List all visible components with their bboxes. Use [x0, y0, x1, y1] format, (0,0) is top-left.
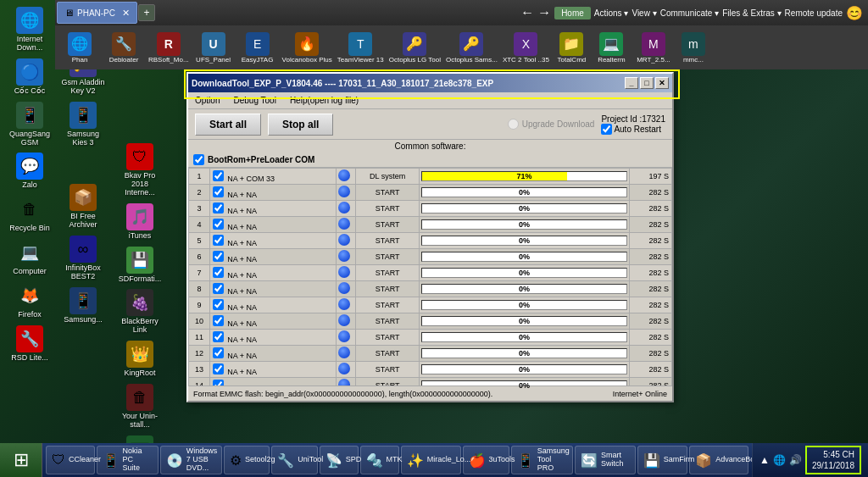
windows-logo-icon: ⊞ — [14, 449, 29, 471]
forward-icon[interactable]: → — [537, 5, 551, 20]
home-btn[interactable]: Home — [554, 7, 591, 19]
maximize-button[interactable]: □ — [640, 77, 654, 89]
row-checkbox[interactable] — [213, 299, 224, 310]
minimize-button[interactable]: _ — [625, 77, 638, 89]
desktop-icon-kies[interactable]: 📱 Samsung Kies 3 — [58, 99, 108, 150]
taskbar-win7usb[interactable]: 💿 Windows 7 USB DVD... — [160, 446, 222, 474]
actions-btn[interactable]: Actions ▾ — [594, 8, 629, 18]
teamviewer-btn[interactable]: T TeamViewer 13 — [336, 31, 386, 65]
row-checkbox[interactable] — [213, 202, 224, 214]
bootrom-checkbox[interactable] — [193, 154, 204, 165]
mrt-btn[interactable]: M MRT_2.5... — [632, 31, 675, 65]
taskbar-spd[interactable]: 📡 SPD — [320, 446, 359, 474]
desktop-icon-zalo[interactable]: 💬 Zalo — [4, 150, 55, 192]
start-all-button[interactable]: Start all — [195, 114, 261, 136]
view-btn[interactable]: View ▾ — [632, 8, 656, 18]
phan-icon-btn[interactable]: 🌐 Phan — [58, 31, 101, 65]
taskbar-ccleaner[interactable]: 🛡 CCleaner — [46, 446, 95, 474]
octoplus-lg-btn[interactable]: 🔑 Octoplus LG Tool — [387, 31, 442, 65]
communicate-btn[interactable]: Communicate ▾ — [660, 8, 719, 18]
progress-bar-3: 0% — [421, 203, 627, 214]
octoplus-sam-btn[interactable]: 🔑 Octoplus Sams... — [444, 31, 499, 65]
files-btn[interactable]: Files & Extras ▾ — [722, 8, 781, 18]
taskbar-smartswitch[interactable]: 🔄 Smart Switch — [575, 446, 636, 474]
taskbar-samsung-pro[interactable]: 📱 Samsung Tool PRO — [511, 446, 573, 474]
taskbar-3utools[interactable]: 🍎 3uTools — [463, 446, 509, 474]
taskbar-nokia[interactable]: 📱 Nokia PC Suite — [97, 446, 159, 474]
row-checkbox[interactable] — [213, 186, 224, 197]
debloater-btn[interactable]: 🔧 Debloater — [103, 31, 145, 65]
rbsoft-btn[interactable]: R RBSoft_Mo... — [147, 31, 191, 65]
desktop-icon-itunes[interactable]: 🎵 iTunes — [114, 201, 165, 243]
speaker-icon[interactable]: 🔊 — [789, 454, 802, 466]
samfirm-icon: 💾 — [643, 452, 660, 469]
desktop-icon-computer[interactable]: 💻 Computer — [4, 236, 55, 279]
desktop-icon-infinitybox[interactable]: ∞ InfinityBox BEST2 — [58, 233, 108, 284]
arrow-up-icon[interactable]: ▲ — [760, 454, 770, 466]
network-tray-icon[interactable]: 🌐 — [773, 454, 786, 466]
row-status: START — [356, 233, 420, 249]
row-checkbox-name: NA + NA — [209, 233, 336, 249]
taskbar-mtk[interactable]: 🔩 MTK — [360, 446, 399, 474]
row-status: DL system — [356, 169, 420, 185]
back-icon[interactable]: ← — [520, 5, 534, 20]
start-button[interactable]: ⊞ — [0, 443, 42, 477]
auto-restart-checkbox[interactable] — [601, 124, 612, 135]
desktop-icon-rsd[interactable]: 🔧 RSD Lite... — [4, 323, 55, 365]
row-checkbox[interactable] — [213, 331, 224, 342]
desktop-icon-youruninstall[interactable]: 🗑 Your Unin-stall... — [114, 381, 165, 432]
row-checkbox[interactable] — [213, 315, 224, 326]
row-checkbox[interactable] — [213, 219, 224, 230]
row-size: 282 S — [630, 346, 672, 362]
totalcmd-btn[interactable]: 📁 TotalCmd — [553, 31, 591, 65]
flash-table-body: 1 NA + COM 33 DL system 71% 197 S 2 NA +… — [189, 169, 672, 397]
desktop-icon-recyclebin[interactable]: 🗑 Recycle Bin — [4, 193, 55, 236]
desktop-icon-coccoc[interactable]: 🔵 Cốc Cốc — [4, 56, 55, 98]
row-checkbox[interactable] — [213, 267, 224, 278]
desktop-icon-samsung[interactable]: 📱 Samsung... — [58, 285, 108, 327]
realterm-btn[interactable]: 💻 Realterm — [593, 31, 631, 65]
desktop-icon-kingroot[interactable]: 👑 KingRoot — [114, 338, 165, 380]
row-checkbox[interactable] — [213, 283, 224, 294]
row-size: 282 S — [630, 185, 672, 201]
menu-help[interactable]: Help(open log file) — [287, 95, 362, 106]
ufs-panel-btn[interactable]: U UFS_Panel — [192, 31, 235, 65]
row-checkbox[interactable] — [213, 235, 224, 246]
close-button[interactable]: ✕ — [655, 77, 669, 89]
auto-restart-label: Auto Restart — [614, 125, 661, 134]
xtc2-btn[interactable]: X XTC 2 Tool ..35 — [501, 31, 551, 65]
row-checkbox[interactable] — [213, 170, 224, 181]
desktop-icon-quangsang[interactable]: 📱 QuangSang GSM — [4, 99, 55, 150]
taskbar-advancebox[interactable]: 📦 AdvanceBox — [689, 446, 748, 474]
phan-pc-tab[interactable]: 🖥 PHAN-PC ✕ — [57, 2, 137, 24]
desktop-icon-firefox[interactable]: 🦊 Firefox — [4, 280, 55, 322]
volcanobox-btn[interactable]: 🔥 Volcanobox Plus — [281, 31, 334, 65]
progress-bar-2: 0% — [421, 187, 627, 197]
easyjtag-btn[interactable]: E EasyJTAG — [236, 31, 279, 65]
row-checkbox[interactable] — [213, 363, 224, 374]
stop-all-button[interactable]: Stop all — [268, 114, 333, 136]
new-tab-button[interactable]: + — [138, 4, 155, 21]
row-circle — [336, 217, 356, 233]
remote-update-btn[interactable]: Remote update — [785, 8, 843, 18]
mmc-btn[interactable]: m mmc... — [676, 31, 710, 65]
taskbar-samfirm[interactable]: 💾 SamFirm — [637, 446, 687, 474]
taskbar-miracle[interactable]: ✨ Miracle_Lo... — [401, 446, 461, 474]
menu-option[interactable]: Option — [192, 95, 223, 106]
desktop-icon-blackberry[interactable]: 🍇 BlackBerry Link — [114, 286, 165, 337]
desktop-icon-sdformat[interactable]: 💾 SDFormati... — [114, 244, 165, 286]
row-checkbox[interactable] — [213, 251, 224, 262]
taskbar-unitool[interactable]: 🔧 UniTool — [271, 446, 318, 474]
upgrade-radio[interactable] — [508, 119, 519, 130]
row-status: START — [356, 362, 420, 378]
desktop-icon-bkav[interactable]: 🛡 Bkav Pro 2018 Interne... — [114, 141, 165, 200]
row-checkbox[interactable] — [213, 347, 224, 358]
menu-debug[interactable]: Debug Tool — [230, 95, 279, 106]
taskbar-setool2g[interactable]: ⚙ Setool2g — [224, 446, 270, 474]
desktop-icon-biarchiver[interactable]: 📦 BI Free Archiver — [58, 181, 108, 232]
close-tab-icon[interactable]: ✕ — [122, 8, 130, 19]
table-row: 10 NA + NA START 0% 282 S — [189, 313, 672, 330]
desktop-icons-left: 🌐 Internet Down... 🔵 Cốc Cốc 📱 QuangSang… — [4, 4, 55, 365]
desktop-icon-internet[interactable]: 🌐 Internet Down... — [4, 4, 55, 55]
row-size: 197 S — [630, 169, 672, 185]
